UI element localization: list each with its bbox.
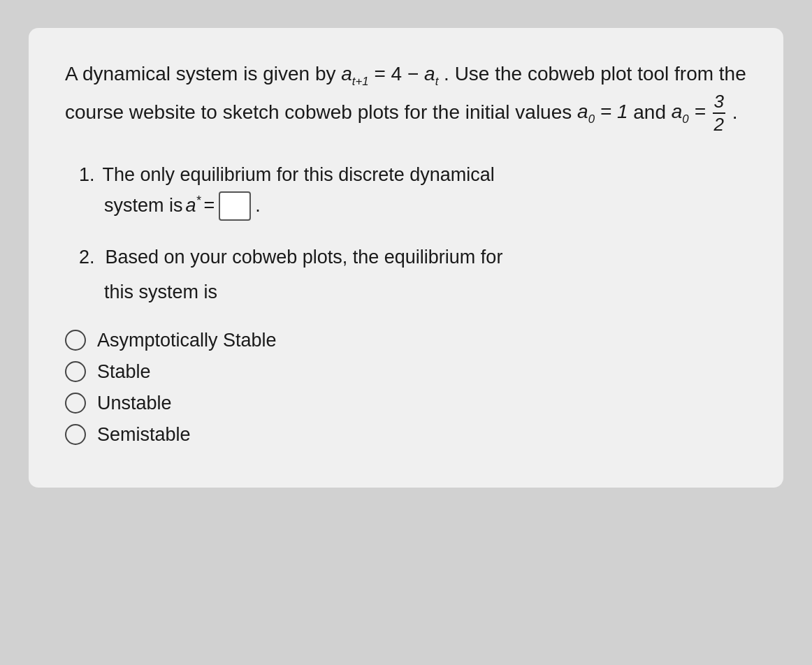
option-semistable-label: Semistable <box>97 424 191 446</box>
option-asymptotically-stable-label: Asymptotically Stable <box>97 330 277 351</box>
radio-circle-asymptotically-stable <box>65 330 86 351</box>
questions-container: 1. The only equilibrium for this discret… <box>79 161 747 307</box>
option-unstable[interactable]: Unstable <box>65 393 747 414</box>
q2-number: 2. <box>79 247 95 268</box>
initial-value-2: a0 = 32 <box>672 101 727 122</box>
radio-circle-semistable <box>65 424 86 445</box>
question-1: 1. The only equilibrium for this discret… <box>79 161 747 221</box>
q1-system-is: system is <box>104 191 183 221</box>
equation-equals: = 4 − <box>374 63 424 85</box>
problem-text-and: and <box>633 101 672 122</box>
q1-body: The only equilibrium for this discrete d… <box>98 161 495 190</box>
radio-options-container: Asymptotically Stable Stable Unstable Se… <box>65 330 747 446</box>
question-2-line2: this system is <box>79 278 747 307</box>
question-1-text: 1. The only equilibrium for this discret… <box>79 161 747 190</box>
q2-body-line2: this system is <box>104 282 217 302</box>
problem-text-before: A dynamical system is given by <box>65 63 341 85</box>
initial-value-1: a0 = 1 <box>577 101 628 122</box>
question-2: 2. Based on your cobweb plots, the equil… <box>79 243 747 307</box>
problem-card: A dynamical system is given by at+1 = 4 … <box>29 28 783 488</box>
q1-period: . <box>255 191 261 221</box>
option-semistable[interactable]: Semistable <box>65 424 747 446</box>
question-1-line2: system is a* = . <box>79 191 747 221</box>
radio-circle-stable <box>65 361 86 382</box>
q1-variable: a* <box>186 191 201 221</box>
equation-lhs: at+1 <box>341 63 368 85</box>
problem-statement: A dynamical system is given by at+1 = 4 … <box>65 59 747 136</box>
q1-number: 1. <box>79 161 95 190</box>
option-asymptotically-stable[interactable]: Asymptotically Stable <box>65 330 747 351</box>
option-unstable-label: Unstable <box>97 393 172 414</box>
q1-equals-sign: = <box>203 191 215 221</box>
radio-circle-unstable <box>65 393 86 414</box>
q1-answer-input[interactable] <box>219 191 251 221</box>
option-stable-label: Stable <box>97 361 151 383</box>
question-2-text: 2. Based on your cobweb plots, the equil… <box>79 243 747 272</box>
problem-text-end: . <box>732 101 738 122</box>
equation-rhs: at <box>424 63 438 85</box>
q2-body-line1: Based on your cobweb plots, the equilibr… <box>100 247 502 268</box>
option-stable[interactable]: Stable <box>65 361 747 383</box>
